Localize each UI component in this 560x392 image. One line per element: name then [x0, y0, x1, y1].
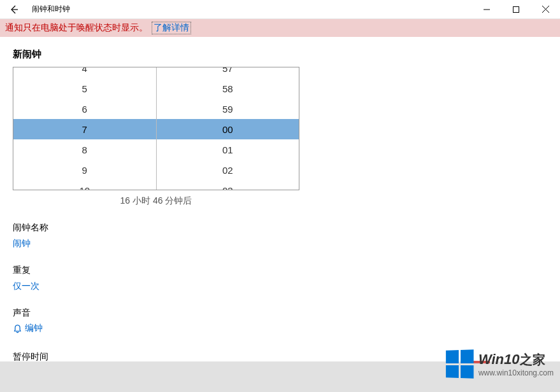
- minute-option[interactable]: 03: [157, 180, 299, 190]
- hour-option[interactable]: 9: [13, 160, 156, 180]
- notification-bar: 通知只在电脑处于唤醒状态时显示。 了解详情: [0, 19, 560, 37]
- sound-label: 声音: [13, 307, 547, 319]
- close-icon: [542, 6, 549, 13]
- setting-alarm-name: 闹钟名称 闹钟: [13, 222, 547, 249]
- watermark-title-en: Win10: [478, 351, 520, 367]
- minute-column[interactable]: 57 58 59 00 01 02 03: [156, 67, 299, 190]
- hour-option[interactable]: 10: [13, 180, 156, 190]
- arrow-left-icon: [9, 4, 19, 15]
- watermark: Win10之家 www.win10xitong.com: [445, 350, 554, 378]
- hour-option[interactable]: 5: [13, 78, 156, 99]
- minute-option[interactable]: 01: [157, 139, 299, 160]
- watermark-url: www.win10xitong.com: [478, 368, 554, 377]
- notification-link[interactable]: 了解详情: [152, 22, 191, 34]
- hour-option[interactable]: 4: [13, 67, 156, 78]
- minute-option[interactable]: 59: [157, 99, 299, 119]
- hour-option[interactable]: 6: [13, 99, 156, 119]
- setting-sound: 声音 编钟: [13, 307, 547, 336]
- window-controls: [472, 0, 560, 19]
- sound-value[interactable]: 编钟: [13, 323, 43, 334]
- svg-rect-0: [513, 6, 519, 12]
- time-remaining: 16 小时 46 分钟后: [13, 195, 299, 207]
- alarm-name-label: 闹钟名称: [13, 222, 547, 234]
- alarm-name-value[interactable]: 闹钟: [13, 238, 31, 249]
- hour-option[interactable]: 8: [13, 139, 156, 160]
- bell-icon: [13, 324, 22, 333]
- minimize-button[interactable]: [472, 0, 501, 19]
- setting-repeat: 重复 仅一次: [13, 265, 547, 292]
- title-bar: 闹钟和时钟: [0, 0, 560, 19]
- minute-option-selected[interactable]: 00: [157, 119, 299, 139]
- content-area: 新闹钟 4 5 6 7 8 9 10 57 58 59 00 01 02 03: [0, 48, 560, 379]
- minute-option[interactable]: 58: [157, 78, 299, 99]
- watermark-title-zh: 之家: [520, 353, 545, 367]
- minute-option[interactable]: 02: [157, 160, 299, 180]
- back-button[interactable]: [0, 0, 28, 19]
- notification-text: 通知只在电脑处于唤醒状态时显示。: [5, 22, 148, 34]
- repeat-value[interactable]: 仅一次: [13, 281, 39, 292]
- hour-column[interactable]: 4 5 6 7 8 9 10: [13, 67, 156, 190]
- maximize-button[interactable]: [501, 0, 531, 19]
- time-picker[interactable]: 4 5 6 7 8 9 10 57 58 59 00 01 02 03: [13, 67, 299, 190]
- watermark-text: Win10之家 www.win10xitong.com: [478, 351, 554, 377]
- minute-option[interactable]: 57: [157, 67, 299, 78]
- sound-value-text: 编钟: [25, 323, 43, 334]
- window-title: 闹钟和时钟: [32, 4, 70, 15]
- hour-option-selected[interactable]: 7: [13, 119, 156, 139]
- close-button[interactable]: [531, 0, 560, 19]
- page-heading: 新闹钟: [13, 48, 547, 60]
- repeat-label: 重复: [13, 265, 547, 276]
- maximize-icon: [513, 6, 519, 13]
- windows-logo-icon: [446, 349, 474, 378]
- minimize-icon: [484, 6, 490, 13]
